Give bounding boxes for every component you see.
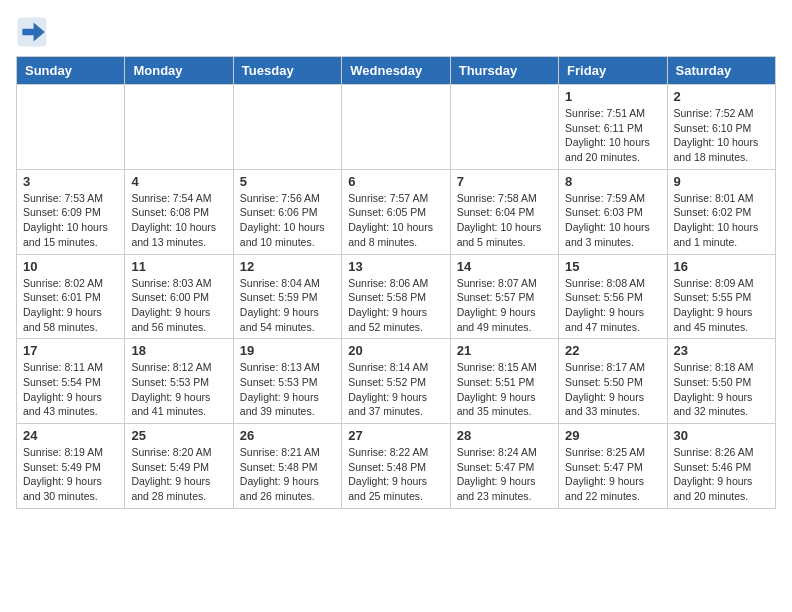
day-info: Sunrise: 8:07 AM Sunset: 5:57 PM Dayligh… bbox=[457, 276, 552, 335]
calendar-day-cell: 28Sunrise: 8:24 AM Sunset: 5:47 PM Dayli… bbox=[450, 424, 558, 509]
calendar-day-cell: 15Sunrise: 8:08 AM Sunset: 5:56 PM Dayli… bbox=[559, 254, 667, 339]
weekday-header: Friday bbox=[559, 57, 667, 85]
calendar-day-cell: 2Sunrise: 7:52 AM Sunset: 6:10 PM Daylig… bbox=[667, 85, 775, 170]
calendar-header-row: SundayMondayTuesdayWednesdayThursdayFrid… bbox=[17, 57, 776, 85]
calendar-day-cell: 20Sunrise: 8:14 AM Sunset: 5:52 PM Dayli… bbox=[342, 339, 450, 424]
calendar-week-row: 3Sunrise: 7:53 AM Sunset: 6:09 PM Daylig… bbox=[17, 169, 776, 254]
day-number: 12 bbox=[240, 259, 335, 274]
calendar-day-cell: 7Sunrise: 7:58 AM Sunset: 6:04 PM Daylig… bbox=[450, 169, 558, 254]
day-number: 5 bbox=[240, 174, 335, 189]
day-info: Sunrise: 8:12 AM Sunset: 5:53 PM Dayligh… bbox=[131, 360, 226, 419]
calendar-day-cell: 19Sunrise: 8:13 AM Sunset: 5:53 PM Dayli… bbox=[233, 339, 341, 424]
calendar-day-cell: 27Sunrise: 8:22 AM Sunset: 5:48 PM Dayli… bbox=[342, 424, 450, 509]
day-info: Sunrise: 8:20 AM Sunset: 5:49 PM Dayligh… bbox=[131, 445, 226, 504]
logo-icon bbox=[16, 16, 48, 48]
day-info: Sunrise: 7:54 AM Sunset: 6:08 PM Dayligh… bbox=[131, 191, 226, 250]
day-number: 16 bbox=[674, 259, 769, 274]
day-number: 23 bbox=[674, 343, 769, 358]
day-number: 29 bbox=[565, 428, 660, 443]
day-info: Sunrise: 7:51 AM Sunset: 6:11 PM Dayligh… bbox=[565, 106, 660, 165]
day-info: Sunrise: 8:14 AM Sunset: 5:52 PM Dayligh… bbox=[348, 360, 443, 419]
day-info: Sunrise: 8:09 AM Sunset: 5:55 PM Dayligh… bbox=[674, 276, 769, 335]
calendar-week-row: 17Sunrise: 8:11 AM Sunset: 5:54 PM Dayli… bbox=[17, 339, 776, 424]
calendar-day-cell: 3Sunrise: 7:53 AM Sunset: 6:09 PM Daylig… bbox=[17, 169, 125, 254]
calendar-day-cell: 16Sunrise: 8:09 AM Sunset: 5:55 PM Dayli… bbox=[667, 254, 775, 339]
day-number: 1 bbox=[565, 89, 660, 104]
calendar-day-cell: 5Sunrise: 7:56 AM Sunset: 6:06 PM Daylig… bbox=[233, 169, 341, 254]
calendar-day-cell: 13Sunrise: 8:06 AM Sunset: 5:58 PM Dayli… bbox=[342, 254, 450, 339]
weekday-header: Sunday bbox=[17, 57, 125, 85]
day-info: Sunrise: 8:13 AM Sunset: 5:53 PM Dayligh… bbox=[240, 360, 335, 419]
calendar-day-cell bbox=[17, 85, 125, 170]
day-info: Sunrise: 8:04 AM Sunset: 5:59 PM Dayligh… bbox=[240, 276, 335, 335]
calendar-day-cell: 9Sunrise: 8:01 AM Sunset: 6:02 PM Daylig… bbox=[667, 169, 775, 254]
day-info: Sunrise: 8:19 AM Sunset: 5:49 PM Dayligh… bbox=[23, 445, 118, 504]
day-info: Sunrise: 8:03 AM Sunset: 6:00 PM Dayligh… bbox=[131, 276, 226, 335]
calendar-day-cell: 24Sunrise: 8:19 AM Sunset: 5:49 PM Dayli… bbox=[17, 424, 125, 509]
calendar-week-row: 24Sunrise: 8:19 AM Sunset: 5:49 PM Dayli… bbox=[17, 424, 776, 509]
day-info: Sunrise: 7:59 AM Sunset: 6:03 PM Dayligh… bbox=[565, 191, 660, 250]
weekday-header: Saturday bbox=[667, 57, 775, 85]
calendar-day-cell: 26Sunrise: 8:21 AM Sunset: 5:48 PM Dayli… bbox=[233, 424, 341, 509]
day-number: 14 bbox=[457, 259, 552, 274]
calendar-day-cell: 23Sunrise: 8:18 AM Sunset: 5:50 PM Dayli… bbox=[667, 339, 775, 424]
calendar-table: SundayMondayTuesdayWednesdayThursdayFrid… bbox=[16, 56, 776, 509]
day-info: Sunrise: 8:15 AM Sunset: 5:51 PM Dayligh… bbox=[457, 360, 552, 419]
day-number: 9 bbox=[674, 174, 769, 189]
day-number: 21 bbox=[457, 343, 552, 358]
logo bbox=[16, 16, 52, 48]
calendar-day-cell: 18Sunrise: 8:12 AM Sunset: 5:53 PM Dayli… bbox=[125, 339, 233, 424]
calendar-day-cell bbox=[125, 85, 233, 170]
weekday-header: Tuesday bbox=[233, 57, 341, 85]
day-number: 17 bbox=[23, 343, 118, 358]
day-number: 15 bbox=[565, 259, 660, 274]
day-info: Sunrise: 7:58 AM Sunset: 6:04 PM Dayligh… bbox=[457, 191, 552, 250]
calendar-day-cell: 22Sunrise: 8:17 AM Sunset: 5:50 PM Dayli… bbox=[559, 339, 667, 424]
day-info: Sunrise: 8:25 AM Sunset: 5:47 PM Dayligh… bbox=[565, 445, 660, 504]
day-number: 28 bbox=[457, 428, 552, 443]
day-number: 11 bbox=[131, 259, 226, 274]
day-number: 8 bbox=[565, 174, 660, 189]
weekday-header: Monday bbox=[125, 57, 233, 85]
calendar-day-cell: 17Sunrise: 8:11 AM Sunset: 5:54 PM Dayli… bbox=[17, 339, 125, 424]
day-number: 25 bbox=[131, 428, 226, 443]
calendar-day-cell: 11Sunrise: 8:03 AM Sunset: 6:00 PM Dayli… bbox=[125, 254, 233, 339]
calendar-day-cell bbox=[450, 85, 558, 170]
day-number: 30 bbox=[674, 428, 769, 443]
calendar-day-cell bbox=[342, 85, 450, 170]
calendar-day-cell: 1Sunrise: 7:51 AM Sunset: 6:11 PM Daylig… bbox=[559, 85, 667, 170]
day-info: Sunrise: 8:01 AM Sunset: 6:02 PM Dayligh… bbox=[674, 191, 769, 250]
day-number: 3 bbox=[23, 174, 118, 189]
day-number: 18 bbox=[131, 343, 226, 358]
day-number: 10 bbox=[23, 259, 118, 274]
day-number: 4 bbox=[131, 174, 226, 189]
calendar-day-cell: 25Sunrise: 8:20 AM Sunset: 5:49 PM Dayli… bbox=[125, 424, 233, 509]
calendar-day-cell: 30Sunrise: 8:26 AM Sunset: 5:46 PM Dayli… bbox=[667, 424, 775, 509]
day-info: Sunrise: 7:52 AM Sunset: 6:10 PM Dayligh… bbox=[674, 106, 769, 165]
day-info: Sunrise: 8:21 AM Sunset: 5:48 PM Dayligh… bbox=[240, 445, 335, 504]
day-info: Sunrise: 7:53 AM Sunset: 6:09 PM Dayligh… bbox=[23, 191, 118, 250]
day-info: Sunrise: 8:06 AM Sunset: 5:58 PM Dayligh… bbox=[348, 276, 443, 335]
day-number: 6 bbox=[348, 174, 443, 189]
day-info: Sunrise: 8:26 AM Sunset: 5:46 PM Dayligh… bbox=[674, 445, 769, 504]
day-number: 19 bbox=[240, 343, 335, 358]
day-number: 22 bbox=[565, 343, 660, 358]
calendar-day-cell bbox=[233, 85, 341, 170]
day-number: 7 bbox=[457, 174, 552, 189]
day-number: 27 bbox=[348, 428, 443, 443]
day-info: Sunrise: 8:24 AM Sunset: 5:47 PM Dayligh… bbox=[457, 445, 552, 504]
calendar-day-cell: 29Sunrise: 8:25 AM Sunset: 5:47 PM Dayli… bbox=[559, 424, 667, 509]
calendar-day-cell: 6Sunrise: 7:57 AM Sunset: 6:05 PM Daylig… bbox=[342, 169, 450, 254]
day-number: 13 bbox=[348, 259, 443, 274]
day-info: Sunrise: 8:17 AM Sunset: 5:50 PM Dayligh… bbox=[565, 360, 660, 419]
day-number: 26 bbox=[240, 428, 335, 443]
day-info: Sunrise: 7:56 AM Sunset: 6:06 PM Dayligh… bbox=[240, 191, 335, 250]
calendar-week-row: 10Sunrise: 8:02 AM Sunset: 6:01 PM Dayli… bbox=[17, 254, 776, 339]
calendar-day-cell: 4Sunrise: 7:54 AM Sunset: 6:08 PM Daylig… bbox=[125, 169, 233, 254]
day-info: Sunrise: 8:08 AM Sunset: 5:56 PM Dayligh… bbox=[565, 276, 660, 335]
calendar-week-row: 1Sunrise: 7:51 AM Sunset: 6:11 PM Daylig… bbox=[17, 85, 776, 170]
day-info: Sunrise: 8:02 AM Sunset: 6:01 PM Dayligh… bbox=[23, 276, 118, 335]
day-number: 24 bbox=[23, 428, 118, 443]
calendar-day-cell: 14Sunrise: 8:07 AM Sunset: 5:57 PM Dayli… bbox=[450, 254, 558, 339]
calendar-day-cell: 8Sunrise: 7:59 AM Sunset: 6:03 PM Daylig… bbox=[559, 169, 667, 254]
